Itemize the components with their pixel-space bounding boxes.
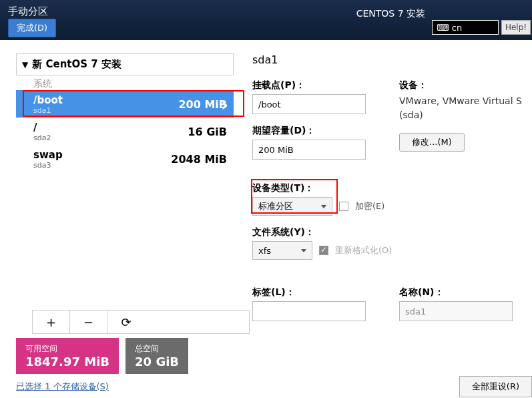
encrypt-checkbox[interactable] [339,202,348,211]
language-indicator[interactable]: cn [432,20,499,35]
partition-row-root[interactable]: / sda2 16 GiB [16,118,234,145]
done-button[interactable]: 完成(D) [8,19,56,37]
install-header[interactable]: ▼ 新 CentOS 7 安装 [16,53,234,75]
partition-row-boot[interactable]: /boot sda1 200 MiB [16,90,234,118]
chevron-down-icon [301,249,306,252]
storage-devices-link[interactable]: 已选择 1 个存储设备(S) [16,381,109,391]
label-input[interactable] [252,301,366,321]
device-label: 设备： [399,79,532,91]
installer-title: CENTOS 7 安装 [356,8,425,20]
expand-icon: ▼ [22,60,28,69]
encrypt-label: 加密(E) [355,200,384,212]
device-info: VMware, VMware Virtual S (sda) [399,94,532,122]
total-space-box: 总空间 20 GiB [125,338,188,374]
reformat-checkbox[interactable] [319,246,328,255]
label-label: 标签(L)： [252,286,399,298]
partition-list: /boot sda1 200 MiB / sda2 16 GiB swap sd [16,90,234,172]
name-label: 名称(N)： [399,286,532,298]
filesystem-label: 文件系统(Y)： [252,226,399,238]
add-button[interactable]: + [33,311,70,333]
available-space-box: 可用空间 1847.97 MiB [16,338,119,374]
partition-row-swap[interactable]: swap sda3 2048 MiB [16,145,234,172]
reload-button[interactable]: ⟳ [107,311,145,333]
mountpoint-input[interactable] [252,94,366,114]
chevron-down-icon [321,205,326,208]
capacity-label: 期望容量(D)： [252,125,399,137]
device-type-label: 设备类型(T)： [252,182,399,194]
reformat-label: 重新格式化(O) [335,244,392,256]
system-label: 系统 [33,78,240,90]
device-type-select[interactable]: 标准分区 [252,197,332,216]
remove-button[interactable]: − [70,311,107,333]
filesystem-select[interactable]: xfs [252,241,312,260]
reset-all-button[interactable]: 全部重设(R) [459,376,532,397]
capacity-input[interactable] [252,140,366,160]
device-title: sda1 [252,53,532,66]
topbar: 手动分区 完成(D) CENTOS 7 安装 cn Help! [0,0,532,40]
mountpoint-label: 挂载点(P)： [252,79,399,91]
partition-toolbar: + − ⟳ [32,310,250,334]
page-title: 手动分区 [8,5,48,18]
install-header-label: 新 CentOS 7 安装 [32,58,121,71]
help-button[interactable]: Help! [501,20,531,35]
modify-button[interactable]: 修改...(M) [399,133,465,152]
name-input[interactable] [399,301,513,321]
